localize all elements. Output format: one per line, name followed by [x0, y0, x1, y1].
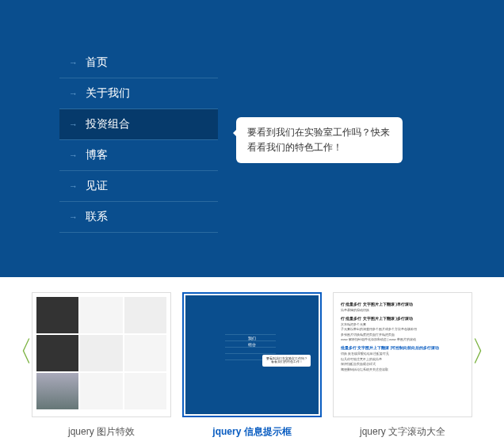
menu-item-home[interactable]: → 首页 [59, 48, 218, 78]
menu-item-contact[interactable]: → 联系 [59, 202, 218, 233]
thumb-label: jquery 文字滚动大全 [333, 425, 472, 439]
main-panel: → 首页 → 关于我们 → 投资组合 → 博客 → 见证 → 联系 要看到我们在… [0, 0, 504, 277]
arrow-right-icon: → [69, 212, 78, 222]
vertical-menu: → 首页 → 关于我们 → 投资组合 → 博客 → 见证 → 联系 [59, 48, 218, 233]
arrow-right-icon: → [69, 181, 78, 191]
menu-item-testimonial[interactable]: → 见证 [59, 171, 218, 202]
thumbnail-carousel: 〈 jquery 图片特效 我们 组合 [0, 277, 504, 445]
tooltip-bubble: 要看到我们在实验室工作吗？快来看看我们的特色工作！ [236, 117, 403, 163]
menu-label: 联系 [86, 210, 108, 224]
menu-label: 首页 [86, 55, 108, 70]
thumb-card-2[interactable]: 我们 组合 要看到我们在实验室工作吗？看看我们的特色工作！ jquery 信息提… [182, 292, 322, 439]
thumb-preview: 行 批量多行 文字图片上下翻滚 )单行滚动 简单易懂的滑动切换 行 批量多行 文… [333, 292, 472, 417]
thumb-card-3[interactable]: 行 批量多行 文字图片上下翻滚 )单行滚动 简单易懂的滑动切换 行 批量多行 文… [333, 292, 472, 439]
menu-label: 投资组合 [86, 117, 130, 131]
thumb-card-1[interactable]: jquery 图片特效 [32, 292, 171, 439]
menu-item-portfolio[interactable]: → 投资组合 [59, 109, 218, 140]
arrow-right-icon: → [69, 150, 78, 160]
menu-label: 见证 [86, 179, 108, 193]
thumb-label: jquery 信息提示框 [182, 425, 322, 439]
arrow-right-icon: → [69, 89, 78, 98]
menu-item-blog[interactable]: → 博客 [59, 140, 218, 171]
thumb-preview: 我们 组合 要看到我们在实验室工作吗？看看我们的特色工作！ [182, 292, 322, 417]
arrow-right-icon: → [69, 58, 78, 67]
thumbs-container: jquery 图片特效 我们 组合 要看到我们在实验室工作吗？看看我们的特色工作… [32, 292, 472, 439]
thumb-label: jquery 图片特效 [32, 425, 171, 439]
carousel-next-icon[interactable]: 〉 [468, 333, 502, 371]
arrow-right-icon: → [69, 120, 78, 129]
thumb-preview [32, 292, 171, 417]
tooltip-text: 要看到我们在实验室工作吗？快来看看我们的特色工作！ [247, 127, 390, 153]
menu-item-about[interactable]: → 关于我们 [59, 78, 218, 109]
menu-label: 博客 [86, 148, 108, 162]
menu-label: 关于我们 [86, 86, 130, 101]
